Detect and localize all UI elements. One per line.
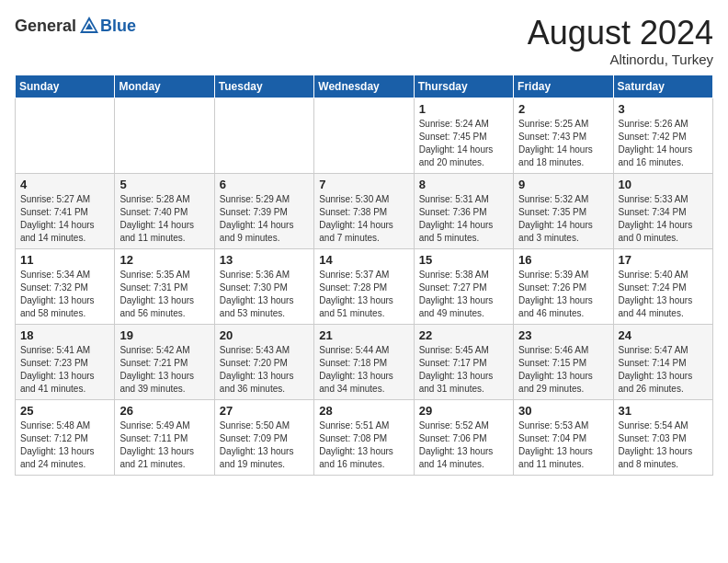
calendar-cell: 12Sunrise: 5:35 AM Sunset: 7:31 PM Dayli…	[115, 248, 214, 324]
calendar-cell: 8Sunrise: 5:31 AM Sunset: 7:36 PM Daylig…	[414, 173, 513, 248]
cell-sun-info: Sunrise: 5:49 AM Sunset: 7:11 PM Dayligh…	[119, 419, 209, 471]
calendar-cell	[115, 98, 214, 173]
calendar-cell: 22Sunrise: 5:45 AM Sunset: 7:17 PM Dayli…	[414, 324, 513, 399]
day-number: 3	[619, 102, 708, 116]
calendar-cell: 23Sunrise: 5:46 AM Sunset: 7:15 PM Dayli…	[514, 324, 613, 399]
day-number: 12	[119, 253, 209, 267]
day-number: 23	[518, 328, 608, 342]
cell-sun-info: Sunrise: 5:33 AM Sunset: 7:34 PM Dayligh…	[619, 193, 708, 245]
cell-sun-info: Sunrise: 5:25 AM Sunset: 7:43 PM Dayligh…	[518, 118, 608, 169]
calendar-cell: 9Sunrise: 5:32 AM Sunset: 7:35 PM Daylig…	[514, 173, 613, 248]
calendar-cell: 3Sunrise: 5:26 AM Sunset: 7:42 PM Daylig…	[613, 98, 712, 173]
cell-sun-info: Sunrise: 5:52 AM Sunset: 7:06 PM Dayligh…	[419, 419, 508, 471]
day-number: 6	[220, 178, 309, 191]
calendar-week-row: 25Sunrise: 5:48 AM Sunset: 7:12 PM Dayli…	[16, 399, 713, 475]
cell-sun-info: Sunrise: 5:38 AM Sunset: 7:27 PM Dayligh…	[419, 269, 508, 320]
page-header: General Blue August 2024 Altinordu, Turk…	[15, 15, 713, 67]
logo: General Blue	[15, 15, 136, 37]
cell-sun-info: Sunrise: 5:51 AM Sunset: 7:08 PM Dayligh…	[319, 419, 408, 471]
day-number: 11	[20, 253, 109, 267]
weekday-header-friday: Friday	[514, 75, 613, 98]
cell-sun-info: Sunrise: 5:36 AM Sunset: 7:30 PM Dayligh…	[220, 269, 309, 320]
day-number: 30	[518, 404, 608, 418]
day-number: 21	[319, 328, 408, 342]
weekday-header-thursday: Thursday	[414, 75, 513, 98]
logo-general: General	[15, 17, 76, 36]
weekday-header-sunday: Sunday	[16, 75, 115, 98]
day-number: 13	[220, 253, 309, 267]
cell-sun-info: Sunrise: 5:53 AM Sunset: 7:04 PM Dayligh…	[518, 419, 608, 471]
weekday-header-tuesday: Tuesday	[214, 75, 313, 98]
calendar-cell: 7Sunrise: 5:30 AM Sunset: 7:38 PM Daylig…	[314, 173, 414, 248]
day-number: 17	[619, 253, 708, 267]
calendar-week-row: 1Sunrise: 5:24 AM Sunset: 7:45 PM Daylig…	[16, 98, 713, 173]
cell-sun-info: Sunrise: 5:50 AM Sunset: 7:09 PM Dayligh…	[220, 419, 309, 471]
day-number: 1	[419, 102, 508, 116]
cell-sun-info: Sunrise: 5:37 AM Sunset: 7:28 PM Dayligh…	[319, 269, 408, 320]
day-number: 20	[220, 328, 309, 342]
cell-sun-info: Sunrise: 5:41 AM Sunset: 7:23 PM Dayligh…	[20, 344, 109, 396]
day-number: 4	[20, 178, 109, 191]
calendar-cell: 29Sunrise: 5:52 AM Sunset: 7:06 PM Dayli…	[414, 399, 513, 475]
calendar-cell: 27Sunrise: 5:50 AM Sunset: 7:09 PM Dayli…	[214, 399, 313, 475]
logo-blue: Blue	[100, 17, 136, 36]
day-number: 22	[419, 328, 508, 342]
calendar-cell: 15Sunrise: 5:38 AM Sunset: 7:27 PM Dayli…	[414, 248, 513, 324]
calendar-week-row: 18Sunrise: 5:41 AM Sunset: 7:23 PM Dayli…	[16, 324, 713, 399]
cell-sun-info: Sunrise: 5:30 AM Sunset: 7:38 PM Dayligh…	[319, 193, 408, 245]
calendar-cell: 5Sunrise: 5:28 AM Sunset: 7:40 PM Daylig…	[115, 173, 214, 248]
calendar-cell: 17Sunrise: 5:40 AM Sunset: 7:24 PM Dayli…	[613, 248, 712, 324]
cell-sun-info: Sunrise: 5:45 AM Sunset: 7:17 PM Dayligh…	[419, 344, 508, 396]
calendar-cell: 16Sunrise: 5:39 AM Sunset: 7:26 PM Dayli…	[514, 248, 613, 324]
day-number: 19	[119, 328, 209, 342]
cell-sun-info: Sunrise: 5:31 AM Sunset: 7:36 PM Dayligh…	[419, 193, 508, 245]
calendar-cell: 20Sunrise: 5:43 AM Sunset: 7:20 PM Dayli…	[214, 324, 313, 399]
calendar-cell: 13Sunrise: 5:36 AM Sunset: 7:30 PM Dayli…	[214, 248, 313, 324]
title-area: August 2024 Altinordu, Turkey	[528, 15, 713, 67]
calendar-table: SundayMondayTuesdayWednesdayThursdayFrid…	[15, 75, 713, 476]
cell-sun-info: Sunrise: 5:39 AM Sunset: 7:26 PM Dayligh…	[518, 269, 608, 320]
calendar-cell	[214, 98, 313, 173]
calendar-cell: 6Sunrise: 5:29 AM Sunset: 7:39 PM Daylig…	[214, 173, 313, 248]
calendar-cell: 26Sunrise: 5:49 AM Sunset: 7:11 PM Dayli…	[115, 399, 214, 475]
cell-sun-info: Sunrise: 5:43 AM Sunset: 7:20 PM Dayligh…	[220, 344, 309, 396]
calendar-cell: 25Sunrise: 5:48 AM Sunset: 7:12 PM Dayli…	[16, 399, 115, 475]
day-number: 28	[319, 404, 408, 418]
day-number: 29	[419, 404, 508, 418]
logo-icon	[78, 15, 100, 37]
calendar-week-row: 4Sunrise: 5:27 AM Sunset: 7:41 PM Daylig…	[16, 173, 713, 248]
weekday-header-row: SundayMondayTuesdayWednesdayThursdayFrid…	[16, 75, 713, 98]
weekday-header-wednesday: Wednesday	[314, 75, 414, 98]
calendar-cell: 18Sunrise: 5:41 AM Sunset: 7:23 PM Dayli…	[16, 324, 115, 399]
cell-sun-info: Sunrise: 5:40 AM Sunset: 7:24 PM Dayligh…	[619, 269, 708, 320]
cell-sun-info: Sunrise: 5:48 AM Sunset: 7:12 PM Dayligh…	[20, 419, 109, 471]
cell-sun-info: Sunrise: 5:54 AM Sunset: 7:03 PM Dayligh…	[619, 419, 708, 471]
cell-sun-info: Sunrise: 5:29 AM Sunset: 7:39 PM Dayligh…	[220, 193, 309, 245]
calendar-cell: 30Sunrise: 5:53 AM Sunset: 7:04 PM Dayli…	[514, 399, 613, 475]
day-number: 27	[220, 404, 309, 418]
day-number: 24	[619, 328, 708, 342]
cell-sun-info: Sunrise: 5:34 AM Sunset: 7:32 PM Dayligh…	[20, 269, 109, 320]
cell-sun-info: Sunrise: 5:27 AM Sunset: 7:41 PM Dayligh…	[20, 193, 109, 245]
calendar-cell: 19Sunrise: 5:42 AM Sunset: 7:21 PM Dayli…	[115, 324, 214, 399]
day-number: 2	[518, 102, 608, 116]
day-number: 15	[419, 253, 508, 267]
cell-sun-info: Sunrise: 5:26 AM Sunset: 7:42 PM Dayligh…	[619, 118, 708, 169]
month-year-title: August 2024	[528, 15, 713, 52]
cell-sun-info: Sunrise: 5:44 AM Sunset: 7:18 PM Dayligh…	[319, 344, 408, 396]
calendar-cell: 14Sunrise: 5:37 AM Sunset: 7:28 PM Dayli…	[314, 248, 414, 324]
calendar-cell: 21Sunrise: 5:44 AM Sunset: 7:18 PM Dayli…	[314, 324, 414, 399]
calendar-cell: 28Sunrise: 5:51 AM Sunset: 7:08 PM Dayli…	[314, 399, 414, 475]
cell-sun-info: Sunrise: 5:32 AM Sunset: 7:35 PM Dayligh…	[518, 193, 608, 245]
calendar-cell: 24Sunrise: 5:47 AM Sunset: 7:14 PM Dayli…	[613, 324, 712, 399]
day-number: 25	[20, 404, 109, 418]
day-number: 7	[319, 178, 408, 191]
calendar-cell: 4Sunrise: 5:27 AM Sunset: 7:41 PM Daylig…	[16, 173, 115, 248]
calendar-cell: 1Sunrise: 5:24 AM Sunset: 7:45 PM Daylig…	[414, 98, 513, 173]
cell-sun-info: Sunrise: 5:47 AM Sunset: 7:14 PM Dayligh…	[619, 344, 708, 396]
calendar-cell: 10Sunrise: 5:33 AM Sunset: 7:34 PM Dayli…	[613, 173, 712, 248]
day-number: 10	[619, 178, 708, 191]
location-subtitle: Altinordu, Turkey	[528, 52, 713, 67]
cell-sun-info: Sunrise: 5:46 AM Sunset: 7:15 PM Dayligh…	[518, 344, 608, 396]
calendar-cell: 31Sunrise: 5:54 AM Sunset: 7:03 PM Dayli…	[613, 399, 712, 475]
